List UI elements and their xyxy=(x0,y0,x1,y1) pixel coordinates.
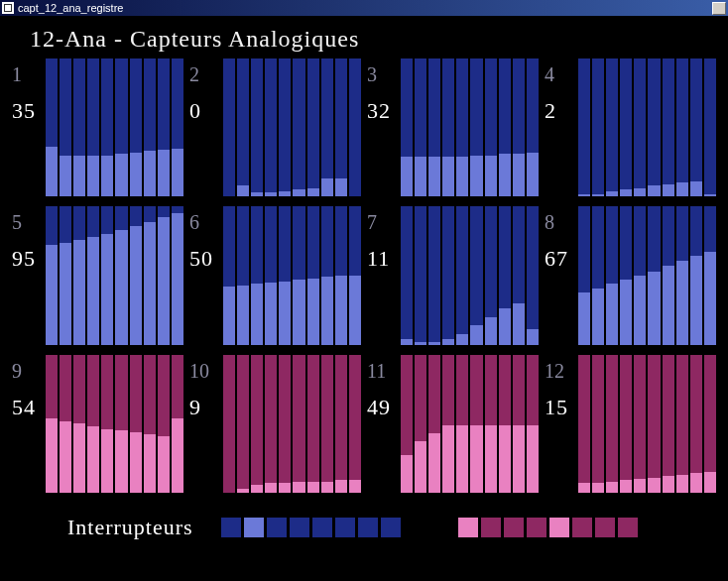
bar xyxy=(73,58,85,196)
bar xyxy=(428,206,440,344)
bar xyxy=(648,355,660,493)
bar xyxy=(335,58,347,196)
bar xyxy=(513,58,525,196)
bar xyxy=(485,355,497,493)
swatch[interactable] xyxy=(458,518,478,537)
bar xyxy=(634,58,646,196)
bar xyxy=(144,206,156,344)
swatch[interactable] xyxy=(358,518,378,537)
sensor-chart xyxy=(578,206,716,344)
sensor-value: 95 xyxy=(12,248,46,270)
bar xyxy=(415,206,426,344)
bar xyxy=(401,58,413,196)
swatch[interactable] xyxy=(290,518,309,537)
sensor-value: 35 xyxy=(12,100,46,122)
bar xyxy=(634,206,646,344)
bar xyxy=(115,58,127,196)
swatch-group-left xyxy=(221,518,401,537)
sensor-chart xyxy=(46,58,183,196)
sensor-index: 3 xyxy=(367,64,401,84)
bar xyxy=(485,206,497,344)
bar xyxy=(321,58,333,196)
bar xyxy=(606,355,618,493)
bar xyxy=(87,355,99,493)
sensor-cell-5: 595 xyxy=(12,206,183,344)
bar xyxy=(237,206,249,344)
bar xyxy=(704,355,716,493)
swatch[interactable] xyxy=(335,518,355,537)
bar xyxy=(101,58,113,196)
bar xyxy=(130,58,142,196)
swatch[interactable] xyxy=(504,518,524,537)
swatch-group-right xyxy=(458,518,638,537)
bar xyxy=(349,206,361,344)
sensor-cell-12: 1215 xyxy=(545,355,716,493)
swatch[interactable] xyxy=(244,518,264,537)
stage: 12-Ana - Capteurs Analogiques 1352033242… xyxy=(0,16,728,581)
bar xyxy=(401,355,413,493)
swatch[interactable] xyxy=(481,518,501,537)
bar xyxy=(676,206,688,344)
swatch[interactable] xyxy=(527,518,546,537)
sensor-cell-6: 650 xyxy=(189,206,361,344)
bar xyxy=(101,355,113,493)
bar xyxy=(704,206,716,344)
bar xyxy=(73,355,85,493)
swatch[interactable] xyxy=(572,518,592,537)
swatch[interactable] xyxy=(267,518,287,537)
sensor-value: 2 xyxy=(545,100,578,122)
bar xyxy=(293,355,304,493)
bar xyxy=(401,206,413,344)
bar xyxy=(578,58,590,196)
sensor-chart xyxy=(578,58,716,196)
swatch[interactable] xyxy=(381,518,401,537)
bar xyxy=(485,58,497,196)
bar xyxy=(527,206,539,344)
sensor-chart xyxy=(223,58,361,196)
bar xyxy=(513,355,525,493)
sensor-cell-11: 1149 xyxy=(367,355,539,493)
bar xyxy=(456,58,468,196)
bar xyxy=(279,206,291,344)
bar xyxy=(428,355,440,493)
bar xyxy=(265,355,277,493)
bar xyxy=(349,58,361,196)
bar xyxy=(223,58,235,196)
sensor-index: 8 xyxy=(545,212,578,232)
sensor-cell-1: 135 xyxy=(12,58,183,196)
sensor-cell-3: 332 xyxy=(367,58,539,196)
bar xyxy=(130,355,142,493)
footer: Interrupteurs xyxy=(12,515,716,540)
swatch[interactable] xyxy=(618,518,638,537)
bar xyxy=(307,355,319,493)
bar xyxy=(648,206,660,344)
bar xyxy=(415,355,426,493)
bar xyxy=(87,58,99,196)
page-title: 12-Ana - Capteurs Analogiques xyxy=(30,26,716,53)
sensor-index: 9 xyxy=(12,361,46,381)
bar xyxy=(46,58,58,196)
bar xyxy=(527,58,539,196)
bar xyxy=(663,206,674,344)
sensor-index: 6 xyxy=(189,212,223,232)
bar xyxy=(592,206,604,344)
swatch[interactable] xyxy=(549,518,569,537)
bar xyxy=(578,355,590,493)
bar xyxy=(606,58,618,196)
bar xyxy=(527,355,539,493)
bar xyxy=(513,206,525,344)
bar xyxy=(115,206,127,344)
sensor-value: 15 xyxy=(545,397,578,418)
bar xyxy=(321,355,333,493)
swatch[interactable] xyxy=(221,518,241,537)
window-button[interactable] xyxy=(712,2,726,15)
swatch[interactable] xyxy=(595,518,615,537)
bar xyxy=(592,58,604,196)
swatch[interactable] xyxy=(312,518,332,537)
bar xyxy=(578,206,590,344)
bar xyxy=(46,355,58,493)
bar xyxy=(442,206,454,344)
sensor-value: 49 xyxy=(367,397,401,418)
bar xyxy=(442,58,454,196)
window-titlebar: capt_12_ana_registre xyxy=(0,0,728,16)
